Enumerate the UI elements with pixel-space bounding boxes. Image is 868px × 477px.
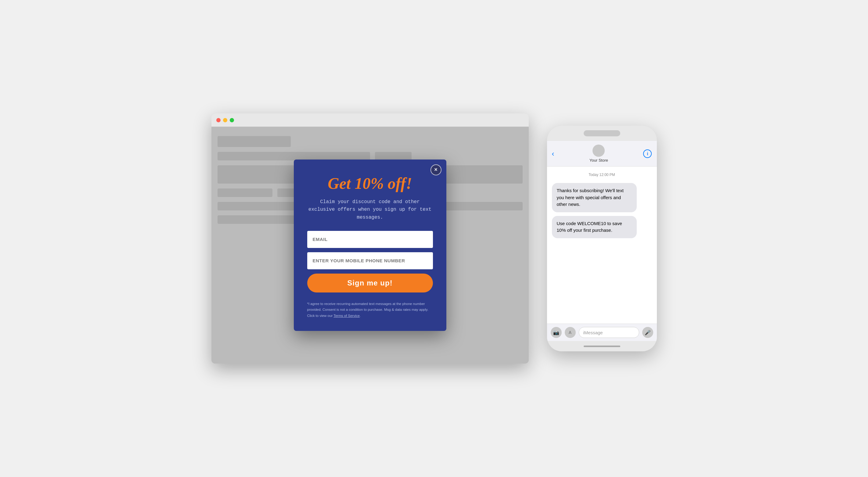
- popup-modal: × Get 10% off! Claim your discount code …: [294, 160, 446, 331]
- imessage-body: Today 12:00 PM Thanks for subscribing! W…: [547, 166, 657, 324]
- imessage-footer: 📷 A iMessage 🎤: [547, 324, 657, 341]
- sign-up-button[interactable]: Sign me up!: [307, 274, 433, 292]
- iphone-screen: ‹ Your Store i Today 12:00 PM Thanks for…: [547, 141, 657, 341]
- tos-link[interactable]: Terms of Service: [334, 314, 360, 317]
- phone-input[interactable]: [307, 252, 433, 269]
- bg-element: [218, 152, 370, 160]
- contact-name: Your Store: [589, 158, 608, 163]
- browser-content: × Get 10% off! Claim your discount code …: [211, 127, 529, 363]
- message-bubble-2: Use code WELCOME10 to save 10% off your …: [552, 216, 637, 238]
- popup-disclaimer: *I agree to receive recurring automated …: [307, 301, 433, 319]
- home-indicator: [584, 346, 620, 347]
- scene: × Get 10% off! Claim your discount code …: [211, 114, 657, 363]
- message-bubble-1: Thanks for subscribing! We'll text you h…: [552, 183, 637, 212]
- iphone-notch-area: [547, 126, 657, 141]
- message-timestamp: Today 12:00 PM: [552, 172, 652, 177]
- traffic-light-green[interactable]: [230, 118, 234, 122]
- bg-element: [218, 189, 273, 197]
- traffic-light-red[interactable]: [216, 118, 221, 122]
- browser-window: × Get 10% off! Claim your discount code …: [211, 114, 529, 363]
- traffic-light-yellow[interactable]: [223, 118, 227, 122]
- back-button[interactable]: ‹: [552, 150, 554, 158]
- iphone-home-bar: [547, 341, 657, 351]
- imessage-header: ‹ Your Store i: [547, 141, 657, 166]
- bg-element: [218, 136, 291, 147]
- info-button[interactable]: i: [643, 150, 652, 158]
- app-store-icon[interactable]: A: [565, 327, 576, 338]
- microphone-icon[interactable]: 🎤: [642, 327, 653, 338]
- contact-avatar: [592, 145, 605, 157]
- camera-icon[interactable]: 📷: [551, 327, 562, 338]
- imessage-contact-center: Your Store: [589, 145, 608, 163]
- email-input[interactable]: [307, 231, 433, 248]
- imessage-input[interactable]: iMessage: [579, 327, 639, 338]
- iphone-device: ‹ Your Store i Today 12:00 PM Thanks for…: [547, 126, 657, 351]
- popup-subtext: Claim your discount code and other exclu…: [307, 198, 433, 222]
- iphone-notch: [584, 130, 620, 136]
- bg-element: [375, 152, 411, 160]
- browser-titlebar: [211, 114, 529, 127]
- close-button[interactable]: ×: [431, 164, 441, 176]
- popup-headline: Get 10% off!: [307, 175, 433, 192]
